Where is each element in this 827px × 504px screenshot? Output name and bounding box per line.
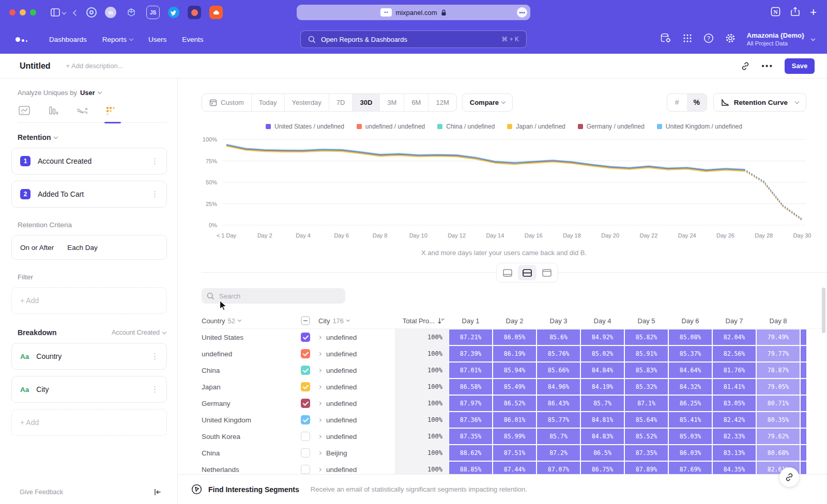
retention-cell[interactable]: 85.83% <box>625 363 668 378</box>
row-checkbox[interactable] <box>301 465 318 474</box>
retention-cell[interactable]: 83.05% <box>713 396 756 411</box>
retention-cell[interactable]: 85.66% <box>537 363 580 378</box>
expand-row-icon[interactable] <box>318 335 321 339</box>
more-options-icon[interactable]: ••• <box>761 61 773 71</box>
retention-cell[interactable]: 84.92% <box>581 329 624 345</box>
retention-cell[interactable]: 80.35% <box>757 412 800 428</box>
retention-cell[interactable]: 85.41% <box>669 412 712 428</box>
address-bar[interactable]: •• mixpanel.com ••• <box>297 5 530 20</box>
extension-cloud-icon[interactable] <box>209 6 223 19</box>
cell-country[interactable]: United States <box>202 334 301 341</box>
retention-step-2[interactable]: 2 Added To Cart ⋮ <box>11 181 167 208</box>
column-day-5[interactable]: Day 5 <box>624 317 668 325</box>
expand-row-icon[interactable] <box>318 467 321 471</box>
retention-cell[interactable]: 85.52% <box>625 429 668 444</box>
column-day-2[interactable]: Day 2 <box>493 317 537 325</box>
cell-city[interactable]: undefined <box>318 433 395 440</box>
retention-cell[interactable]: 85.32% <box>625 379 668 395</box>
expand-row-icon[interactable] <box>318 401 321 405</box>
cell-city[interactable]: undefined <box>318 400 395 407</box>
table-search-input[interactable]: Search <box>202 288 345 304</box>
column-day-6[interactable]: Day 6 <box>668 317 712 325</box>
retention-cell[interactable]: 85.7% <box>537 429 580 444</box>
new-tab-icon[interactable]: + <box>810 7 817 18</box>
window-controls[interactable] <box>9 9 36 15</box>
format-absolute-button[interactable]: # <box>667 94 687 111</box>
retention-cell[interactable]: 87.51% <box>493 445 536 461</box>
retention-cell[interactable]: 84.64% <box>669 363 712 378</box>
retention-cell[interactable]: 85.94% <box>493 363 536 378</box>
help-icon[interactable]: ? <box>703 33 714 45</box>
cell-city[interactable]: undefined <box>318 350 395 358</box>
retention-cell[interactable]: 85.91% <box>625 346 668 361</box>
column-city[interactable]: City176 <box>318 317 395 325</box>
add-breakdown-button[interactable]: + Add <box>11 409 167 436</box>
tab-insights-icon[interactable] <box>18 105 31 117</box>
save-button[interactable]: Save <box>785 58 815 74</box>
retention-cell[interactable]: 86.58% <box>449 379 492 395</box>
layout-chart-only-button[interactable] <box>498 265 517 280</box>
tab-retention-icon[interactable] <box>104 105 118 117</box>
retention-cell[interactable]: 79.05% <box>757 379 800 395</box>
site-options-icon[interactable]: ••• <box>517 7 527 18</box>
extension-m-icon[interactable]: m <box>105 7 116 18</box>
retention-cell[interactable]: 85.08% <box>669 329 712 345</box>
expand-row-icon[interactable] <box>318 418 321 421</box>
sidebar-toggle-icon[interactable] <box>51 8 66 17</box>
retention-cell[interactable]: 84.96% <box>537 379 580 395</box>
breakdown-city[interactable]: Aa City ⋮ <box>11 376 167 403</box>
retention-cell[interactable]: 85.7% <box>581 396 624 411</box>
cell-country[interactable]: United Kingdom <box>202 416 301 424</box>
retention-criteria-card[interactable]: On or After Each Day <box>11 235 167 260</box>
retention-cell[interactable]: 82.42% <box>713 412 756 428</box>
cell-country[interactable]: Netherlands <box>202 466 301 474</box>
cell-city[interactable]: undefined <box>318 334 395 341</box>
column-total-sort[interactable]: Total Pro... <box>395 317 449 325</box>
segments-title[interactable]: Find Interesting Segments <box>208 485 299 494</box>
retention-cell[interactable]: 85.6% <box>537 329 580 345</box>
retention-cell[interactable]: 85.37% <box>669 346 712 361</box>
legend-item[interactable]: China / undefined <box>437 123 495 130</box>
cell-country[interactable]: Germany <box>202 400 301 407</box>
copy-link-icon[interactable] <box>741 61 750 71</box>
retention-cell[interactable]: 84.32% <box>669 379 712 395</box>
retention-cell[interactable]: 86.19% <box>493 346 536 361</box>
retention-cell[interactable]: 85.49% <box>493 379 536 395</box>
extension-product-icon[interactable] <box>188 6 201 19</box>
legend-item[interactable]: United States / undefined <box>266 123 344 130</box>
give-feedback-link[interactable]: Give Feedback <box>20 489 63 496</box>
retention-cell[interactable]: 87.39% <box>449 346 492 361</box>
cell-country[interactable]: China <box>202 449 301 457</box>
retention-cell[interactable]: 86.03% <box>669 445 712 461</box>
range-12m[interactable]: 12M <box>428 94 456 111</box>
retention-cell[interactable]: 87.21% <box>449 329 492 345</box>
retention-cell[interactable]: 80.71% <box>757 396 800 411</box>
retention-cell[interactable]: 84.81% <box>581 412 624 428</box>
expand-row-icon[interactable] <box>318 352 321 355</box>
retention-cell[interactable]: 85.99% <box>493 429 536 444</box>
range-30d[interactable]: 30D <box>352 94 379 111</box>
retention-cell[interactable]: 85.82% <box>625 329 668 345</box>
retention-cell[interactable]: 83.13% <box>713 445 756 461</box>
column-day-1[interactable]: Day 1 <box>449 317 493 325</box>
extension-cube-icon[interactable] <box>125 6 138 19</box>
cell-city[interactable]: undefined <box>318 367 395 374</box>
analyze-entity-dropdown[interactable]: User <box>80 89 101 97</box>
cell-country[interactable]: South Korea <box>202 433 301 440</box>
range-yesterday[interactable]: Yesterday <box>284 94 329 111</box>
vertical-scrollbar[interactable] <box>822 288 825 333</box>
retention-cell[interactable]: 86.25% <box>669 396 712 411</box>
maximize-window-button[interactable] <box>30 9 36 15</box>
column-day-4[interactable]: Day 4 <box>580 317 624 325</box>
select-all-checkbox[interactable] <box>301 316 318 325</box>
range-3m[interactable]: 3M <box>379 94 404 111</box>
collapse-sidebar-icon[interactable] <box>154 489 162 496</box>
retention-cell[interactable]: 87.35% <box>449 429 492 444</box>
nav-dashboards[interactable]: Dashboards <box>49 36 87 43</box>
retention-cell[interactable]: 85.77% <box>537 412 580 428</box>
column-day-7[interactable]: Day 7 <box>712 317 756 325</box>
notion-extension-icon[interactable]: N <box>771 7 780 19</box>
retention-cell[interactable]: 82.56% <box>713 346 756 361</box>
legend-item[interactable]: Japan / undefined <box>507 123 565 130</box>
retention-cell[interactable]: 78.87% <box>757 363 800 378</box>
